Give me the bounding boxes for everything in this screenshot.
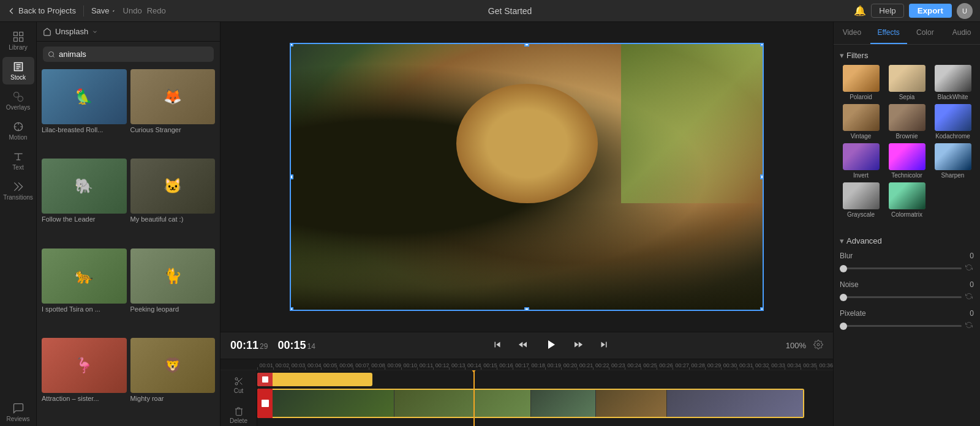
- back-label: Back to Projects: [18, 6, 76, 15]
- filter-grayscale[interactable]: Grayscale: [840, 182, 882, 218]
- pixelate-reset-button[interactable]: [964, 320, 974, 332]
- ruler-marks: 00:0000:0100:0200:0300:0400:0500:0600:07…: [257, 359, 833, 370]
- current-time: 00:11: [230, 339, 258, 352]
- filter-polaroid[interactable]: Polaroid: [840, 65, 882, 100]
- canvas-frame: [291, 44, 763, 310]
- pixelate-slider[interactable]: [840, 325, 962, 327]
- media-item[interactable]: 🦜 Lilac-breasted Roll...: [42, 69, 127, 155]
- export-button[interactable]: Export: [909, 4, 952, 18]
- tracks-scroll[interactable]: A: [257, 370, 833, 426]
- blur-reset-button[interactable]: [964, 263, 974, 274]
- timeline-settings-button[interactable]: [813, 340, 823, 351]
- sidebar-item-stock[interactable]: Stock: [2, 57, 34, 84]
- filter-invert[interactable]: Invert: [840, 143, 882, 179]
- media-item[interactable]: 🦊 Curious Stranger: [130, 69, 216, 155]
- search-bar[interactable]: [43, 47, 214, 62]
- tab-color[interactable]: Color: [907, 22, 944, 44]
- sidebar-item-overlays[interactable]: Overlays: [2, 87, 34, 114]
- svg-point-8: [817, 343, 820, 346]
- filter-sharpen[interactable]: Sharpen: [932, 143, 974, 179]
- current-frames: 29: [260, 342, 268, 351]
- video-track-marker[interactable]: [257, 389, 273, 418]
- tab-effects[interactable]: Effects: [870, 22, 907, 44]
- zoom-level: 100%: [786, 341, 806, 350]
- media-item[interactable]: 🐘 Follow the Leader: [42, 159, 127, 244]
- undo-redo: Undo Redo: [123, 6, 166, 15]
- svg-point-9: [235, 378, 238, 380]
- help-button[interactable]: Help: [871, 4, 903, 18]
- go-to-end-button[interactable]: [596, 337, 612, 354]
- video-track-segment[interactable]: [257, 389, 804, 418]
- media-item-label: Follow the Leader: [42, 215, 127, 223]
- undo-button[interactable]: Undo: [123, 6, 142, 15]
- filter-colormatrix[interactable]: Colormatrix: [886, 182, 928, 218]
- playhead[interactable]: [473, 370, 475, 426]
- transitions-label: Transitions: [3, 194, 33, 201]
- notification-icon[interactable]: 🔔: [854, 5, 866, 17]
- back-to-projects-button[interactable]: Back to Projects: [7, 6, 76, 15]
- noise-reset-button[interactable]: [964, 291, 974, 303]
- overlays-label: Overlays: [6, 104, 30, 111]
- main-area: Library Stock Overlays Motion Text Trans…: [0, 22, 980, 426]
- sidebar-item-text[interactable]: Text: [2, 147, 34, 174]
- media-item[interactable]: 🐈 Peeking leopard: [130, 248, 216, 334]
- media-item[interactable]: 🦩 Attraction – sister...: [42, 338, 127, 424]
- pixelate-value: 0: [970, 309, 974, 318]
- filter-technicolor[interactable]: Technicolor: [886, 143, 928, 179]
- stock-label: Stock: [10, 74, 26, 81]
- filters-section: ▾ Filters Polaroid Sepia: [834, 45, 980, 230]
- sidebar-item-motion[interactable]: Motion: [2, 117, 34, 144]
- project-title: Get Started: [171, 6, 850, 16]
- redo-button[interactable]: Redo: [147, 6, 166, 15]
- blur-label: Blur: [840, 252, 853, 260]
- filter-kodachrome[interactable]: Kodachrome: [932, 104, 974, 140]
- media-item[interactable]: 🐱 My beautiful cat :): [130, 159, 216, 244]
- panel-tabs: Video Effects Color Audio: [834, 22, 980, 45]
- divider: [83, 6, 84, 17]
- fast-forward-button[interactable]: [570, 337, 586, 354]
- save-button[interactable]: Save: [91, 6, 118, 15]
- delete-button[interactable]: Delete: [227, 404, 250, 426]
- media-header: Unsplash: [37, 22, 220, 42]
- canvas-wrapper: [291, 44, 763, 310]
- timeline-ruler: 00:0000:0100:0200:0300:0400:0500:0600:07…: [221, 359, 833, 370]
- rewind-button[interactable]: [515, 337, 531, 354]
- filter-vintage[interactable]: Vintage: [840, 104, 882, 140]
- filter-brownie[interactable]: Brownie: [886, 104, 928, 140]
- filter-blackwhite-label: BlackWhite: [937, 94, 968, 100]
- svg-rect-1: [19, 32, 23, 36]
- sidebar-item-transitions[interactable]: Transitions: [2, 177, 34, 204]
- sidebar-item-reviews[interactable]: Reviews: [2, 398, 34, 426]
- advanced-collapse-icon: ▾: [840, 236, 844, 245]
- advanced-header[interactable]: ▾ Advanced: [840, 236, 974, 245]
- media-item-label: Lilac-breasted Roll...: [42, 126, 127, 133]
- filter-brownie-label: Brownie: [895, 133, 918, 140]
- text-track-segment[interactable]: A: [257, 373, 372, 386]
- cut-button[interactable]: Cut: [232, 374, 246, 397]
- track-controls: Cut Delete: [221, 370, 257, 426]
- blur-slider[interactable]: [840, 267, 962, 269]
- filter-technicolor-label: Technicolor: [891, 172, 922, 179]
- filter-blackwhite[interactable]: BlackWhite: [932, 65, 974, 100]
- tab-video[interactable]: Video: [834, 22, 870, 44]
- go-to-start-button[interactable]: [489, 337, 505, 354]
- timeline: 00:0000:0100:0200:0300:0400:0500:0600:07…: [221, 359, 833, 426]
- tab-audio[interactable]: Audio: [943, 22, 980, 44]
- sidebar-item-library[interactable]: Library: [2, 27, 34, 54]
- reviews-label: Reviews: [7, 416, 30, 422]
- filters-header[interactable]: ▾ Filters: [840, 51, 974, 60]
- filter-grayscale-label: Grayscale: [847, 211, 875, 218]
- play-button[interactable]: [541, 335, 560, 356]
- text-track-marker[interactable]: [257, 373, 273, 386]
- user-avatar[interactable]: U: [957, 3, 973, 19]
- playback-controls: [315, 335, 786, 356]
- search-input[interactable]: [59, 50, 209, 59]
- svg-point-10: [235, 383, 238, 385]
- media-item[interactable]: 🦁 Mighty roar: [130, 338, 216, 424]
- media-item[interactable]: 🐆 I spotted Tsira on ...: [42, 248, 127, 334]
- filter-sepia[interactable]: Sepia: [886, 65, 928, 100]
- pixelate-label: Pixelate: [840, 309, 866, 318]
- right-panel: Video Effects Color Audio ▾ Filters: [833, 22, 980, 426]
- zoom-controls: 100%: [786, 340, 823, 351]
- noise-slider[interactable]: [840, 296, 962, 298]
